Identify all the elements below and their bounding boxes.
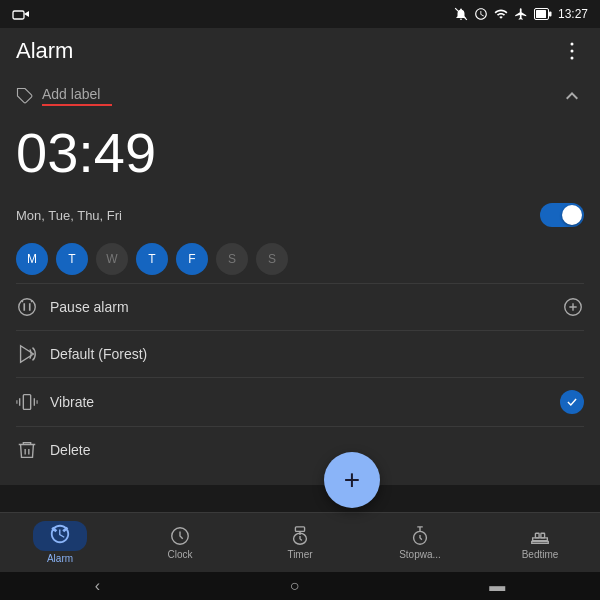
label-row: Add label — [16, 74, 584, 114]
svg-rect-4 — [549, 12, 552, 17]
alarm-card: Add label 03:49 Mon, Tue, Thu, Fri M T W… — [0, 74, 600, 485]
pause-alarm-row: Pause alarm — [16, 283, 584, 330]
label-underline — [42, 104, 112, 106]
bedtime-nav-icon — [529, 525, 551, 547]
nav-timer-label: Timer — [287, 549, 312, 560]
status-left-icons — [12, 8, 30, 20]
media-icon — [12, 8, 30, 20]
nav-stopwatch[interactable]: Stopwa... — [360, 525, 480, 560]
clock-nav-icon — [169, 525, 191, 547]
days-text: Mon, Tue, Thu, Fri — [16, 208, 122, 223]
label-placeholder: Add label — [42, 86, 112, 102]
notifications-icon — [454, 7, 468, 21]
svg-rect-15 — [535, 533, 539, 538]
nav-timer[interactable]: Timer — [240, 525, 360, 560]
nav-bedtime[interactable]: Bedtime — [480, 525, 600, 560]
time-display: 13:27 — [558, 7, 588, 21]
alarm-nav-icon — [49, 523, 71, 545]
fab-add[interactable]: + — [324, 452, 380, 508]
ringtone-left: Default (Forest) — [16, 343, 147, 365]
home-button[interactable]: ○ — [290, 577, 300, 595]
more-vert-icon[interactable] — [560, 39, 584, 63]
nav-bedtime-label: Bedtime — [522, 549, 559, 560]
status-bar: 13:27 — [0, 0, 600, 28]
nav-clock[interactable]: Clock — [120, 525, 240, 560]
stopwatch-nav-icon — [409, 525, 431, 547]
fab-icon: + — [344, 466, 360, 494]
wifi-icon — [494, 7, 508, 21]
day-circles-row: M T W T F S S — [16, 235, 584, 283]
day-thursday[interactable]: T — [136, 243, 168, 275]
vibrate-icon — [16, 391, 38, 413]
svg-point-5 — [571, 43, 574, 46]
days-toggle-row: Mon, Tue, Thu, Fri — [16, 195, 584, 235]
day-friday[interactable]: F — [176, 243, 208, 275]
add-pause-icon[interactable] — [562, 296, 584, 318]
ringtone-label: Default (Forest) — [50, 346, 147, 362]
label-icon — [16, 87, 34, 105]
day-wednesday[interactable]: W — [96, 243, 128, 275]
alarm-time[interactable]: 03:49 — [16, 114, 584, 195]
day-tuesday[interactable]: T — [56, 243, 88, 275]
delete-left: Delete — [16, 439, 90, 461]
nav-clock-label: Clock — [167, 549, 192, 560]
day-monday[interactable]: M — [16, 243, 48, 275]
nav-alarm[interactable]: Alarm — [0, 521, 120, 564]
pause-alarm-icon — [16, 296, 38, 318]
status-right-icons: 13:27 — [454, 7, 588, 21]
svg-rect-3 — [536, 10, 546, 18]
nav-stopwatch-label: Stopwa... — [399, 549, 441, 560]
vibrate-left: Vibrate — [16, 391, 94, 413]
svg-rect-0 — [13, 11, 24, 19]
delete-row[interactable]: Delete — [16, 426, 584, 473]
pause-alarm-left: Pause alarm — [16, 296, 129, 318]
label-left[interactable]: Add label — [16, 86, 112, 106]
day-sunday[interactable]: S — [256, 243, 288, 275]
system-nav: ‹ ○ ▬ — [0, 572, 600, 600]
vibrate-row: Vibrate — [16, 377, 584, 426]
svg-rect-10 — [23, 395, 30, 410]
delete-icon — [16, 439, 38, 461]
back-button[interactable]: ‹ — [95, 577, 100, 595]
pause-alarm-label: Pause alarm — [50, 299, 129, 315]
svg-rect-12 — [295, 527, 304, 532]
ringtone-row[interactable]: Default (Forest) — [16, 330, 584, 377]
alarm-toggle[interactable] — [540, 203, 584, 227]
ringtone-icon — [16, 343, 38, 365]
app-bar: Alarm — [0, 28, 600, 74]
recents-button[interactable]: ▬ — [489, 577, 505, 595]
airplane-icon — [514, 7, 528, 21]
vibrate-label: Vibrate — [50, 394, 94, 410]
svg-point-7 — [571, 57, 574, 60]
toggle-knob — [562, 205, 582, 225]
page-title: Alarm — [16, 38, 73, 64]
svg-rect-16 — [541, 533, 545, 538]
day-saturday[interactable]: S — [216, 243, 248, 275]
timer-nav-icon — [289, 525, 311, 547]
collapse-icon[interactable] — [560, 84, 584, 108]
bottom-nav: Alarm Clock Timer Stopwa... Bedtime — [0, 512, 600, 572]
svg-point-6 — [571, 50, 574, 53]
vibrate-check[interactable] — [560, 390, 584, 414]
battery-icon — [534, 8, 552, 20]
alarm-status-icon — [474, 7, 488, 21]
nav-alarm-label: Alarm — [47, 553, 73, 564]
delete-label: Delete — [50, 442, 90, 458]
